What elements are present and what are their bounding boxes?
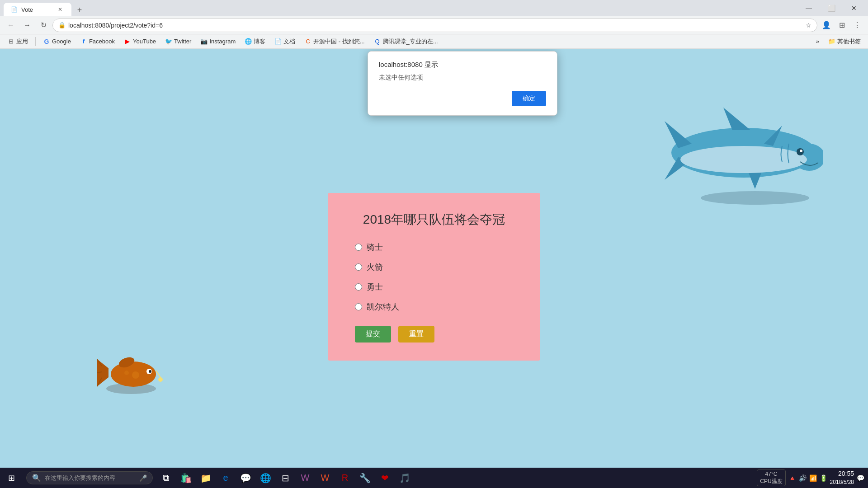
alert-dialog: localhost:8080 显示 未选中任何选项 确定	[368, 51, 557, 116]
bookmark-facebook-label: Facebook	[89, 38, 115, 45]
bookmark-other-label: 其他书签	[837, 38, 861, 46]
bookmark-docs[interactable]: 📄 文档	[271, 37, 299, 47]
url-text: localhost:8080/project2/vote?id=6	[68, 22, 802, 29]
bookmark-blog[interactable]: 🌐 博客	[241, 37, 269, 47]
bookmark-youtube[interactable]: ▶ YouTube	[120, 37, 160, 46]
bookmark-oschina-label: 开源中国 - 找到您...	[313, 38, 364, 46]
bookmark-google[interactable]: G Google	[39, 37, 75, 46]
bookmark-divider-1	[35, 37, 36, 46]
tab-close-button[interactable]: ✕	[56, 5, 64, 14]
content-area: 2018年哪只队伍将会夺冠 骑士 火箭 勇士 凯尔特人	[0, 49, 868, 488]
youtube-icon: ▶	[124, 38, 131, 45]
alert-footer: 确定	[379, 91, 546, 106]
bookmark-twitter[interactable]: 🐦 Twitter	[161, 37, 195, 46]
tencent-icon: Q	[374, 38, 381, 45]
webpage: 2018年哪只队伍将会夺冠 骑士 火箭 勇士 凯尔特人	[0, 49, 868, 488]
bookmark-youtube-label: YouTube	[133, 38, 156, 45]
docs-icon: 📄	[274, 38, 282, 45]
menu-button[interactable]: ⋮	[850, 18, 864, 33]
forward-button[interactable]: →	[20, 18, 34, 33]
alert-overlay: localhost:8080 显示 未选中任何选项 确定	[0, 49, 868, 488]
folder-icon: 📁	[828, 38, 835, 45]
facebook-icon: f	[80, 38, 87, 45]
window-controls: — ⬜ ✕	[798, 0, 864, 16]
alert-header: localhost:8080 显示	[379, 61, 546, 69]
bookmark-oschina[interactable]: C 开源中国 - 找到您...	[301, 37, 368, 47]
alert-message: 未选中任何选项	[379, 74, 546, 82]
bookmark-apps[interactable]: ⊞ 应用	[4, 37, 32, 47]
bookmark-instagram[interactable]: 📷 Instagram	[197, 37, 239, 46]
bookmarks-bar: ⊞ 应用 G Google f Facebook ▶ YouTube 🐦 Twi…	[0, 34, 868, 49]
instagram-icon: 📷	[200, 38, 208, 45]
bookmark-tencent-label: 腾讯课堂_专业的在...	[383, 38, 438, 46]
oschina-icon: C	[304, 38, 311, 45]
bookmark-blog-label: 博客	[254, 38, 265, 46]
bookmark-docs-label: 文档	[283, 38, 295, 46]
bookmark-star-icon[interactable]: ☆	[806, 22, 811, 29]
new-tab-button[interactable]: +	[73, 4, 86, 16]
nav-right-buttons: 👤 ⊞ ⋮	[819, 18, 864, 33]
blog-icon: 🌐	[245, 38, 252, 45]
tab-title: Vote	[21, 6, 33, 13]
bookmark-apps-label: 应用	[16, 38, 28, 46]
tab-bar: 📄 Vote ✕ +	[4, 0, 795, 16]
close-button[interactable]: ✕	[844, 0, 864, 16]
bookmark-other[interactable]: 📁 其他书签	[825, 37, 864, 47]
tab-favicon: 📄	[11, 6, 18, 13]
google-icon: G	[43, 38, 50, 45]
browser-tab[interactable]: 📄 Vote ✕	[4, 3, 71, 16]
maximize-button[interactable]: ⬜	[821, 0, 842, 16]
minimize-button[interactable]: —	[798, 0, 819, 16]
bookmark-tencent[interactable]: Q 腾讯课堂_专业的在...	[370, 37, 442, 47]
bookmark-twitter-label: Twitter	[174, 38, 191, 45]
bookmark-instagram-label: Instagram	[209, 38, 236, 45]
profile-button[interactable]: 👤	[819, 18, 834, 33]
title-bar: 📄 Vote ✕ + — ⬜ ✕	[0, 0, 868, 16]
apps-icon: ⊞	[7, 38, 14, 45]
security-icon: 🔒	[58, 22, 66, 28]
nav-bar: ← → ↻ 🔒 localhost:8080/project2/vote?id=…	[0, 16, 868, 34]
twitter-icon: 🐦	[165, 38, 172, 45]
extensions-button[interactable]: ⊞	[835, 18, 849, 33]
back-button[interactable]: ←	[4, 18, 18, 33]
address-bar[interactable]: 🔒 localhost:8080/project2/vote?id=6 ☆	[52, 19, 817, 32]
bookmark-google-label: Google	[52, 38, 71, 45]
alert-ok-button[interactable]: 确定	[512, 91, 546, 106]
bookmark-facebook[interactable]: f Facebook	[76, 37, 118, 46]
reload-button[interactable]: ↻	[36, 18, 51, 33]
browser-window: 📄 Vote ✕ + — ⬜ ✕ ← → ↻ 🔒 localhost:8080/…	[0, 0, 868, 488]
bookmark-more[interactable]: »	[812, 37, 823, 46]
